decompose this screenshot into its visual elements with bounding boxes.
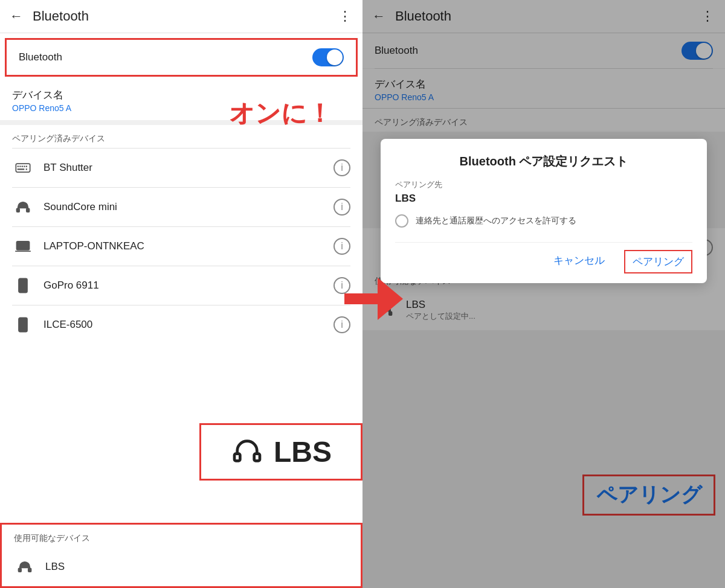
dialog-buttons: キャンセル ペアリング xyxy=(395,242,692,273)
svg-rect-6 xyxy=(18,168,25,170)
cancel-button[interactable]: キャンセル xyxy=(546,250,612,273)
pair-button[interactable]: ペアリング xyxy=(624,250,692,273)
ilce-name: ILCE-6500 xyxy=(44,319,334,331)
right-panel: ← Bluetooth ⋮ Bluetooth デバイス名 OPPO Reno5… xyxy=(362,0,725,588)
bt-shutter-name: BT Shutter xyxy=(44,162,334,174)
bluetooth-toggle-left[interactable] xyxy=(312,48,344,66)
dialog-title: Bluetooth ペア設定リクエスト xyxy=(395,153,692,170)
phone-icon-ilce xyxy=(12,314,34,336)
svg-rect-5 xyxy=(26,166,27,167)
svg-rect-17 xyxy=(19,568,22,572)
svg-rect-10 xyxy=(17,241,30,250)
arrow-head xyxy=(378,278,403,320)
bt-shutter-info[interactable]: i xyxy=(334,159,350,176)
bluetooth-toggle-section: Bluetooth xyxy=(5,38,358,77)
device-name-value-left[interactable]: OPPO Reno5 A xyxy=(12,103,71,113)
device-row-gopro[interactable]: GoPro 6911 i xyxy=(0,266,362,305)
svg-rect-16 xyxy=(254,453,260,461)
svg-point-12 xyxy=(22,289,24,290)
arrow-right xyxy=(344,278,403,320)
lbs-name-left: LBS xyxy=(45,561,349,573)
left-panel: ← Bluetooth ⋮ Bluetooth オンに！ デバイス名 OPPO … xyxy=(0,0,362,588)
on-label: オンに！ xyxy=(229,97,332,130)
dialog-checkbox-row: 連絡先と通話履歴へのアクセスを許可する xyxy=(395,214,692,228)
svg-rect-0 xyxy=(16,164,30,172)
available-section-left: 使用可能なデバイス LBS xyxy=(0,523,362,588)
headphone-icon-lbs-overlay xyxy=(230,434,264,470)
headphone-icon-lbs xyxy=(14,556,36,578)
menu-button-left[interactable]: ⋮ xyxy=(338,8,353,24)
soundcore-name: SoundCore mini xyxy=(44,201,334,213)
device-row-lbs-left[interactable]: LBS xyxy=(2,548,361,586)
svg-rect-15 xyxy=(234,453,240,461)
device-row-bt-shutter[interactable]: BT Shutter i xyxy=(0,149,362,187)
device-name-label-left: デバイス名 xyxy=(12,88,71,102)
svg-rect-3 xyxy=(22,166,23,167)
dialog-checkbox-label: 連絡先と通話履歴へのアクセスを許可する xyxy=(416,216,576,226)
device-row-laptop[interactable]: LAPTOP-ONTNKEAC i xyxy=(0,227,362,266)
dialog-checkbox[interactable] xyxy=(395,214,408,228)
pairing-dest-label: ペアリング先 xyxy=(395,179,692,190)
svg-rect-9 xyxy=(27,208,30,212)
arrow-shaft xyxy=(344,293,378,304)
svg-rect-4 xyxy=(24,166,25,167)
bluetooth-label-left: Bluetooth xyxy=(19,51,312,63)
laptop-icon xyxy=(12,235,34,257)
lbs-overlay-text: LBS xyxy=(274,435,332,468)
svg-rect-2 xyxy=(19,166,21,167)
svg-point-14 xyxy=(22,328,24,330)
left-header: ← Bluetooth ⋮ xyxy=(0,0,362,33)
page-title-left: Bluetooth xyxy=(33,8,338,24)
laptop-info[interactable]: i xyxy=(334,238,350,255)
gopro-name: GoPro 6911 xyxy=(44,280,334,292)
phone-icon-gopro xyxy=(12,275,34,296)
headphone-icon-soundcore xyxy=(12,196,34,218)
soundcore-info[interactable]: i xyxy=(334,199,350,216)
lbs-overlay-left: LBS xyxy=(199,423,362,481)
laptop-name: LAPTOP-ONTNKEAC xyxy=(44,240,334,252)
device-row-ilce[interactable]: ILCE-6500 i xyxy=(0,305,362,344)
svg-rect-7 xyxy=(26,168,27,170)
svg-rect-18 xyxy=(28,568,31,572)
back-button-left[interactable]: ← xyxy=(10,8,23,24)
dialog-overlay xyxy=(362,0,725,588)
available-header-left: 使用可能なデバイス xyxy=(2,525,361,548)
bluetooth-row-left: Bluetooth xyxy=(7,40,356,75)
dialog-device-name: LBS xyxy=(395,193,692,205)
svg-rect-8 xyxy=(17,208,20,212)
svg-rect-1 xyxy=(18,166,19,167)
bluetooth-pair-dialog: Bluetooth ペア設定リクエスト ペアリング先 LBS 連絡先と通話履歴へ… xyxy=(381,139,707,283)
keyboard-icon xyxy=(12,157,34,179)
device-row-soundcore[interactable]: SoundCore mini i xyxy=(0,188,362,226)
